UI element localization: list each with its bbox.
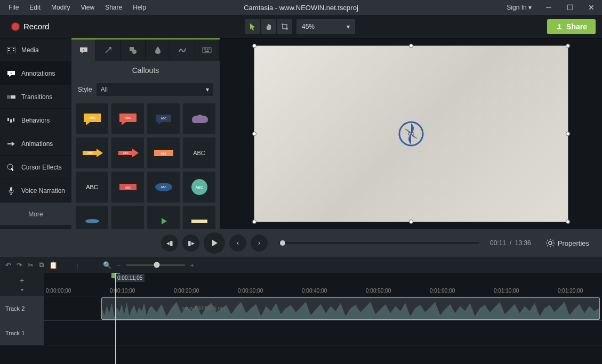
next-marker-button[interactable]: › (251, 234, 268, 252)
prev-frame-button[interactable]: ◂▮ (161, 234, 178, 252)
next-frame-button[interactable]: ▮▸ (182, 234, 199, 252)
svg-rect-46 (111, 273, 115, 278)
menu-file[interactable]: File (3, 0, 24, 15)
callout-arrow-orange[interactable]: ABC (111, 137, 144, 168)
tick: 0:00:10;00 (110, 288, 135, 294)
svg-text:ABC: ABC (89, 116, 95, 119)
sidebar-item-cursor-effects[interactable]: Cursor Effects (0, 156, 71, 179)
style-select[interactable]: All ▾ (97, 83, 213, 96)
svg-rect-22 (208, 48, 210, 50)
timeline-ruler[interactable]: 0:00:11;05 0:00:00;00 0:00:10;00 0:00:20… (44, 273, 602, 296)
menu-edit[interactable]: Edit (24, 0, 46, 15)
sidebar-item-annotations[interactable]: a Annotations (0, 62, 71, 85)
copy-button[interactable]: ⧉ (39, 261, 44, 269)
record-button[interactable]: Record (6, 20, 54, 33)
menu-view[interactable]: View (75, 0, 100, 15)
sidebar-label: Transitions (21, 93, 52, 101)
menu-help[interactable]: Help (127, 0, 151, 15)
undo-button[interactable]: ↶ (5, 261, 11, 269)
handle-br[interactable] (566, 220, 570, 224)
track-content[interactable] (44, 321, 602, 345)
handle-ml[interactable] (252, 132, 256, 136)
menu-share[interactable]: Share (100, 0, 127, 15)
track-row-1: Track 1 (0, 321, 602, 345)
callout-rect-orange[interactable]: ABC (147, 137, 180, 168)
track-content[interactable]: www.NEOWIN.net (44, 296, 602, 320)
sidebar-item-media[interactable]: Media (0, 38, 71, 62)
redo-button[interactable]: ↷ (17, 261, 22, 269)
minimize-button[interactable]: ─ (538, 0, 559, 15)
callout-text-plain[interactable]: ABC (183, 137, 215, 168)
callout-thought-purple[interactable] (183, 103, 215, 134)
zoom-out-button[interactable]: − (117, 261, 121, 269)
sign-in-button[interactable]: Sign In ▾ (500, 0, 538, 15)
svg-rect-4 (13, 50, 14, 51)
callout-text-black[interactable]: ABC (76, 172, 108, 203)
tick: 0:01:10;00 (494, 288, 519, 294)
crop-tool[interactable] (277, 19, 292, 34)
pan-tool[interactable] (261, 19, 276, 34)
maximize-button[interactable]: ☐ (559, 0, 581, 15)
tab-keystroke[interactable] (195, 39, 220, 61)
playhead-line[interactable] (115, 273, 116, 364)
callout-burst-teal[interactable]: ABC (183, 172, 215, 203)
callout-speech-yellow[interactable]: ABC (76, 103, 108, 134)
sidebar-more-button[interactable]: More (0, 203, 71, 226)
handle-tc[interactable] (409, 44, 413, 48)
seek-bar[interactable] (278, 242, 479, 244)
share-label: Share (566, 22, 587, 31)
zoom-value: 45% (302, 23, 315, 30)
callout-rect-red[interactable]: ABC (111, 172, 144, 203)
handle-mr[interactable] (566, 132, 570, 136)
clip-watermark: www.NEOWIN.net (182, 305, 226, 311)
expand-tracks-button[interactable]: ▾ (21, 287, 23, 293)
sidebar-item-animations[interactable]: Animations (0, 132, 71, 156)
annotation-tabs: a (71, 39, 220, 61)
zoom-slider-thumb[interactable] (154, 262, 159, 268)
canvas[interactable] (254, 45, 568, 222)
sidebar-item-transitions[interactable]: Transitions (0, 85, 71, 109)
callout-speech-blue[interactable]: ABC (147, 103, 180, 134)
tab-shapes[interactable] (121, 39, 146, 61)
tick: 0:00:30;00 (238, 288, 263, 294)
canvas-area (220, 38, 602, 229)
handle-bl[interactable] (252, 220, 256, 224)
tab-callouts[interactable]: a (71, 39, 96, 61)
cut-button[interactable]: ✂ (28, 261, 34, 269)
close-button[interactable]: ✕ (581, 0, 602, 15)
tab-sketch[interactable] (170, 39, 195, 61)
handle-tr[interactable] (566, 44, 570, 48)
tab-blur[interactable] (146, 39, 170, 61)
handle-tl[interactable] (252, 44, 256, 48)
menu-modify[interactable]: Modify (46, 0, 75, 15)
sidebar-item-voice-narration[interactable]: Voice Narration (0, 179, 71, 203)
play-button[interactable] (204, 232, 225, 254)
sidebar-label: Animations (21, 140, 53, 148)
seek-thumb[interactable] (280, 240, 285, 246)
video-clip[interactable]: www.NEOWIN.net (101, 297, 600, 320)
zoom-in-button[interactable]: + (190, 261, 195, 269)
properties-button[interactable]: Properties (541, 236, 595, 250)
svg-text:a: a (83, 48, 84, 51)
sidebar-item-behaviors[interactable]: Behaviors (0, 109, 71, 132)
add-track-button[interactable]: + (20, 276, 24, 285)
paste-button[interactable]: 📋 (49, 261, 58, 269)
svg-rect-7 (7, 95, 11, 99)
select-tool[interactable] (245, 19, 260, 34)
handle-bc[interactable] (409, 220, 413, 224)
split-button[interactable]: ⦚ (76, 261, 79, 269)
svg-text:ABC: ABC (160, 117, 166, 120)
callout-speech-red[interactable]: ABC (111, 103, 144, 134)
callout-oval-blue[interactable]: ABC (147, 172, 180, 203)
svg-text:ABC: ABC (123, 151, 129, 155)
prev-marker-button[interactable]: ‹ (229, 234, 246, 252)
zoom-slider[interactable] (126, 264, 185, 266)
track-label[interactable]: Track 1 (0, 321, 44, 345)
svg-rect-10 (10, 119, 12, 123)
tab-arrows[interactable] (96, 39, 121, 61)
timeline-toolbar: ↶ ↷ ✂ ⧉ 📋 ⦚ 🔍 − + (0, 257, 602, 273)
track-label[interactable]: Track 2 (0, 296, 44, 320)
share-button[interactable]: Share (547, 19, 596, 34)
callout-arrow-yellow[interactable]: ABC (76, 137, 108, 168)
zoom-select[interactable]: 45% ▾ (296, 19, 355, 34)
